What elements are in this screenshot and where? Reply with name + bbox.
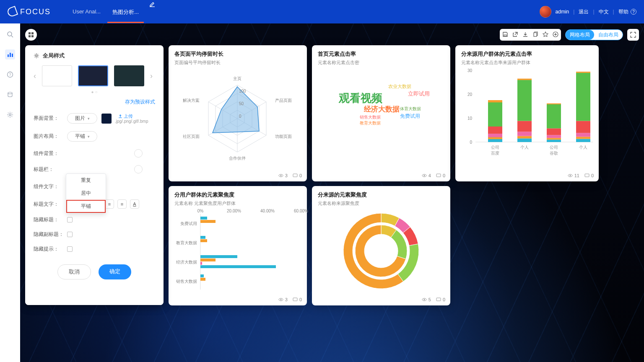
layout-toggle: 网格布局 自由布局 [565,29,623,40]
svg-rect-93 [200,262,202,265]
save-preset-link[interactable]: 存为预设样式 [34,98,155,106]
comment-icon [584,173,589,178]
svg-text:销售大数据: 销售大数据 [176,279,197,284]
views-count: 3 [278,297,288,302]
favorite-button[interactable] [543,31,548,39]
svg-text:教育大数据: 教育大数据 [176,240,197,245]
sidebar-settings[interactable] [5,110,15,120]
card-stacked-bar: 分来源用户群体的元素点击率 元素名称元素点击率来源用户群体 30 20 10 0 [455,45,599,181]
theme-selector: ‹ › [34,65,155,86]
theme-option-dark-blue[interactable] [78,65,108,86]
avatar[interactable] [540,6,551,18]
sidebar-help[interactable]: ? [5,70,15,80]
topnav-user-anal[interactable]: User Anal... [68,1,106,23]
svg-text:百度: 百度 [491,151,499,155]
sidebar-data[interactable] [5,90,15,100]
logo-icon [6,6,18,18]
svg-rect-69 [576,133,590,137]
style-panel-title: 全局样式 [43,52,65,59]
theme-next[interactable]: › [150,72,153,80]
color-picker-titlebar[interactable] [134,165,143,173]
svg-rect-66 [547,103,561,104]
option-repeat[interactable]: 重复 [66,174,106,187]
checkbox-hide-tip[interactable] [67,246,73,252]
export-button[interactable] [522,31,528,39]
app-name: FOCUS [20,8,51,16]
svg-rect-58 [517,121,532,132]
card-title: 分用户群体的元素聚焦度 [174,191,301,199]
svg-text:10: 10 [467,116,473,121]
svg-text:主页: 主页 [233,76,242,81]
svg-point-37 [423,175,425,176]
svg-rect-52 [488,127,502,134]
card-subtitle: 元素名称元素点击率来源用户群体 [461,59,593,66]
logout-link[interactable]: 退出 [579,8,589,16]
topnav-heatmap[interactable]: 热图分析... [107,1,144,23]
upload-block[interactable]: 上传 .jpg/.png/.gif/.bmp [115,114,148,124]
select-image-layout[interactable]: 平铺▾ [67,131,97,142]
image-layout-dropdown: 重复 居中 平铺 [66,173,106,213]
svg-rect-65 [547,104,561,128]
comment-icon [436,173,441,178]
font-color-button[interactable]: A [130,199,139,209]
svg-rect-38 [436,174,441,177]
save-button[interactable] [502,31,508,39]
svg-rect-9 [31,32,34,34]
align-center-button[interactable]: ≡ [105,199,114,209]
layout-free[interactable]: 自由布局 [594,30,623,40]
donut-chart [335,208,427,294]
top-bar: FOCUS User Anal... 热图分析... admin | 退出 | … [0,0,644,23]
svg-text:30: 30 [467,68,473,73]
topnav-edit-button[interactable] [145,1,159,23]
theme-option-dark-teal[interactable] [114,65,144,86]
theme-option-light[interactable] [42,65,72,86]
color-picker-component-bg[interactable] [134,149,143,158]
label-titlebar: 标题栏： [34,166,64,173]
row-image-layout: 图片布局： 平铺▾ [34,131,155,142]
svg-rect-106 [436,298,441,301]
svg-point-102 [280,299,281,300]
ok-button[interactable]: 确定 [99,264,131,279]
canvas-toolbar: 网格布局 自由布局 [25,28,639,42]
bg-thumbnail[interactable] [101,114,112,124]
help-icon: ? [631,9,636,15]
sidebar-dashboard[interactable] [5,49,15,59]
svg-text:40.00%: 40.00% [260,209,275,213]
username[interactable]: admin [556,9,569,15]
checkbox-hide-title[interactable] [67,217,73,222]
svg-rect-8 [29,32,31,34]
views-count: 4 [422,173,431,178]
cancel-button[interactable]: 取消 [57,264,91,279]
share-button[interactable] [512,31,518,39]
card-title: 首页元素点击率 [318,50,444,58]
separator: | [613,9,614,15]
row-component-bg: 组件背景： [34,149,155,158]
add-button[interactable] [553,31,558,39]
fullscreen-button[interactable] [627,29,639,41]
label-image-layout: 图片布局： [34,133,64,140]
align-right-button[interactable]: ≡ [117,199,127,209]
edit-icon [149,1,156,8]
theme-prev[interactable]: ‹ [34,72,36,80]
layout-grid[interactable]: 网格布局 [566,30,594,40]
help-link[interactable]: 帮助 ? [618,8,636,16]
card-subtitle: 页面编号平均停留时长 [174,59,301,66]
cloud-word: 观看视频 [339,91,382,106]
svg-point-6 [8,92,12,94]
svg-text:0: 0 [239,114,242,119]
checkbox-hide-subtitle[interactable] [67,232,73,237]
comments-count: 0 [436,173,445,178]
option-center[interactable]: 居中 [66,187,106,200]
svg-text:社区页面: 社区页面 [183,134,200,139]
svg-rect-94 [200,265,276,268]
option-tile[interactable]: 平铺 [66,200,106,213]
svg-text:公司: 公司 [491,145,499,150]
sidebar-search[interactable] [5,29,15,39]
language-link[interactable]: 中文 [599,8,609,16]
select-bg-type[interactable]: 图片▾ [67,113,97,124]
download-icon [522,31,528,37]
svg-text:免费试用: 免费试用 [180,221,197,226]
star-icon [543,31,548,37]
copy-button[interactable] [532,31,538,39]
style-panel-toggle[interactable] [25,29,37,41]
